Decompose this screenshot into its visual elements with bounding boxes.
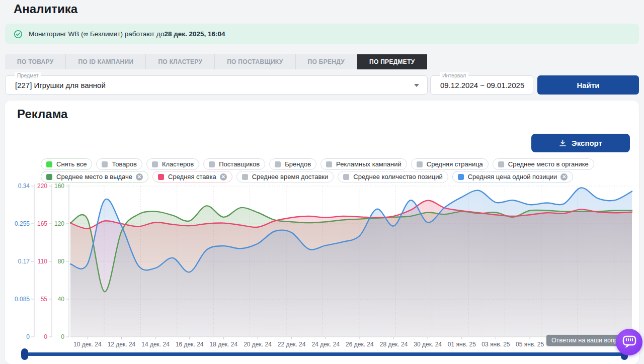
y-tick-label: 160 bbox=[54, 183, 64, 190]
legend-chip-0-3[interactable]: Поставщиков bbox=[203, 158, 265, 170]
banner-expiry-date: 28 дек. 2025, 16:04 bbox=[164, 30, 225, 38]
legend-chip-label: Поставщиков bbox=[219, 160, 260, 168]
tab-0[interactable]: ПО ТОВАРУ bbox=[5, 54, 66, 69]
tab-3[interactable]: ПО ПОСТАВЩИКУ bbox=[215, 54, 295, 69]
chart-range-slider bbox=[0, 347, 644, 362]
export-button-label: Экспорт bbox=[572, 139, 602, 147]
tab-4[interactable]: ПО БРЕНДУ bbox=[296, 54, 357, 69]
range-slider-handle-left[interactable] bbox=[21, 348, 28, 360]
check-circle-icon bbox=[14, 30, 23, 39]
legend-chip-0-6[interactable]: Средняя страница bbox=[411, 158, 489, 170]
analytics-page: Аналитика Мониторинг WB (∞ Безлимит) раб… bbox=[0, 0, 644, 364]
y-tick-label: 0 bbox=[44, 333, 47, 340]
legend-chip-label: Кластеров bbox=[162, 160, 194, 168]
legend-color-swatch bbox=[417, 161, 423, 167]
y-tick-label: 55 bbox=[41, 296, 48, 303]
legend-chip-label: Рекламных кампаний bbox=[336, 160, 401, 168]
legend-chip-0-0[interactable]: Снять все bbox=[41, 158, 92, 170]
y-axis-0: 0.340.2550.170.0850 bbox=[15, 183, 34, 340]
interval-input-label: Интервал bbox=[440, 72, 468, 78]
chevron-down-icon bbox=[414, 84, 419, 87]
tab-2[interactable]: ПО КЛАСТЕРУ bbox=[146, 54, 215, 69]
y-tick-label: 0 bbox=[61, 333, 64, 340]
y-tick-label: 0.17 bbox=[18, 258, 30, 265]
tab-1[interactable]: ПО ID КАМПАНИИ bbox=[66, 54, 146, 69]
subject-select-value: [227] Игрушки для ванной bbox=[6, 81, 106, 89]
y-tick-label: 110 bbox=[38, 258, 47, 265]
tab-5[interactable]: ПО ПРЕДМЕТУ bbox=[357, 54, 427, 69]
legend-color-swatch bbox=[209, 161, 215, 167]
y-tick-label: 80 bbox=[58, 258, 65, 265]
banner-text: Мониторинг WB (∞ Безлимит) работают до bbox=[29, 30, 164, 38]
subscription-banner: Мониторинг WB (∞ Безлимит) работают до 2… bbox=[5, 24, 639, 44]
y-tick-label: 0.085 bbox=[15, 296, 30, 303]
y-tick-label: 0.34 bbox=[18, 183, 30, 190]
legend-chip-label: Среднее место в органике bbox=[508, 160, 589, 168]
chat-widget-button[interactable] bbox=[616, 329, 642, 355]
line-chart: 0.340.2550.170.0850220165110550160120804… bbox=[0, 177, 644, 350]
y-axis-2: 16012080400 bbox=[54, 183, 69, 340]
y-tick-label: 0 bbox=[26, 333, 30, 340]
y-axis-1: 220165110550 bbox=[37, 183, 52, 340]
legend-chip-0-1[interactable]: Товаров bbox=[96, 158, 142, 170]
legend-chip-0-4[interactable]: Брендов bbox=[269, 158, 316, 170]
subject-select-label: Предмет bbox=[15, 72, 41, 78]
legend-chip-label: Товаров bbox=[112, 160, 137, 168]
y-tick-label: 120 bbox=[54, 220, 64, 227]
legend-color-swatch bbox=[152, 161, 158, 167]
y-tick-label: 165 bbox=[37, 220, 47, 227]
download-icon bbox=[559, 139, 567, 147]
range-slider-track[interactable] bbox=[23, 352, 626, 356]
y-tick-label: 220 bbox=[37, 183, 47, 190]
chat-bubble-icon bbox=[622, 335, 636, 349]
legend-color-swatch bbox=[275, 161, 281, 167]
legend-chip-label: Средняя страница bbox=[427, 160, 483, 168]
interval-input[interactable]: Интервал 09.12.2024 ~ 09.01.2025 bbox=[430, 75, 533, 95]
legend-color-swatch bbox=[498, 161, 504, 167]
interval-input-value: 09.12.2024 ~ 09.01.2025 bbox=[431, 81, 524, 89]
subject-select[interactable]: Предмет [227] Игрушки для ванной bbox=[5, 75, 428, 95]
legend-color-swatch bbox=[46, 161, 52, 167]
y-tick-label: 0.255 bbox=[15, 220, 30, 227]
legend-chip-0-5[interactable]: Рекламных кампаний bbox=[320, 158, 407, 170]
export-button[interactable]: Экспорт bbox=[531, 134, 630, 152]
legend-row-1: Снять всеТоваровКластеровПоставщиковБрен… bbox=[41, 158, 594, 170]
search-button[interactable]: Найти bbox=[537, 75, 639, 95]
legend-color-swatch bbox=[326, 161, 332, 167]
y-tick-label: 40 bbox=[58, 296, 65, 303]
legend-chip-label: Снять все bbox=[56, 160, 87, 168]
legend-chip-0-2[interactable]: Кластеров bbox=[146, 158, 199, 170]
legend-chip-0-7[interactable]: Среднее место в органике bbox=[493, 158, 594, 170]
analytics-tabs: ПО ТОВАРУПО ID КАМПАНИИПО КЛАСТЕРУПО ПОС… bbox=[5, 54, 427, 69]
card-title: Реклама bbox=[17, 107, 67, 121]
legend-chip-label: Брендов bbox=[285, 160, 311, 168]
legend-color-swatch bbox=[102, 161, 108, 167]
page-title: Аналитика bbox=[14, 2, 77, 16]
